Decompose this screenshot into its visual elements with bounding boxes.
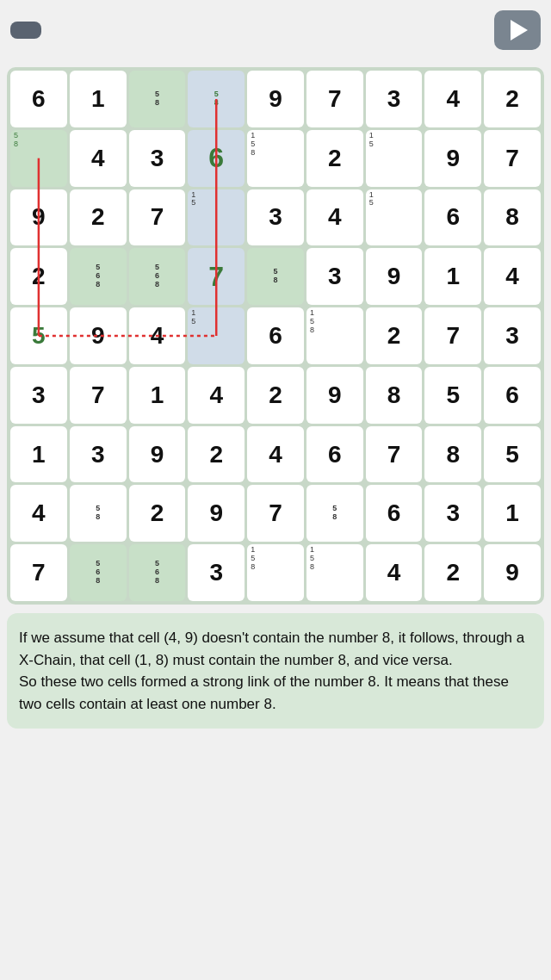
cell-3-4[interactable]: 58 [247, 248, 304, 305]
cell-8-3[interactable]: 3 [188, 544, 245, 601]
cell-7-6[interactable]: 6 [366, 485, 423, 542]
cell-4-2[interactable]: 4 [129, 307, 186, 364]
cell-1-2[interactable]: 3 [129, 130, 186, 187]
cell-5-6[interactable]: 8 [366, 367, 423, 424]
play-button[interactable] [494, 10, 541, 50]
cell-6-2[interactable]: 9 [129, 426, 186, 483]
cell-8-2[interactable]: 568 [129, 544, 186, 601]
cell-2-7[interactable]: 6 [424, 189, 481, 246]
cell-5-4[interactable]: 2 [247, 367, 304, 424]
cell-5-2[interactable]: 1 [129, 367, 186, 424]
cell-0-3[interactable]: 58 [188, 71, 245, 127]
cell-8-6[interactable]: 4 [366, 544, 423, 601]
cell-3-6[interactable]: 9 [366, 248, 423, 305]
cell-7-7[interactable]: 3 [424, 485, 481, 542]
cell-5-0[interactable]: 3 [10, 367, 67, 424]
cell-6-4[interactable]: 4 [247, 426, 304, 483]
cell-7-4[interactable]: 7 [247, 485, 304, 542]
cell-5-7[interactable]: 5 [424, 367, 481, 424]
cell-1-8[interactable]: 7 [484, 130, 541, 187]
cell-0-4[interactable]: 9 [247, 71, 304, 127]
skip-button[interactable] [10, 22, 41, 39]
cell-4-4[interactable]: 6 [247, 307, 304, 364]
cell-6-5[interactable]: 6 [306, 426, 363, 483]
cell-7-8[interactable]: 1 [484, 485, 541, 542]
cell-0-6[interactable]: 3 [366, 71, 423, 127]
cell-1-7[interactable]: 9 [424, 130, 481, 187]
cell-4-8[interactable]: 3 [484, 307, 541, 364]
cell-6-1[interactable]: 3 [70, 426, 127, 483]
sudoku-grid: 6158589734258436158215979271534156825685… [10, 71, 541, 601]
cell-7-2[interactable]: 2 [129, 485, 186, 542]
cell-2-8[interactable]: 8 [484, 189, 541, 246]
cell-3-1[interactable]: 568 [70, 248, 127, 305]
cell-6-6[interactable]: 7 [366, 426, 423, 483]
cell-0-7[interactable]: 4 [424, 71, 481, 127]
cell-4-3[interactable]: 15 [188, 307, 245, 364]
cell-4-7[interactable]: 7 [424, 307, 481, 364]
sudoku-grid-container: 6158589734258436158215979271534156825685… [7, 67, 544, 605]
cell-4-6[interactable]: 2 [366, 307, 423, 364]
cell-3-8[interactable]: 4 [484, 248, 541, 305]
cell-7-1[interactable]: 58 [70, 485, 127, 542]
cell-4-5[interactable]: 158 [306, 307, 363, 364]
cell-2-4[interactable]: 3 [247, 189, 304, 246]
cell-0-0[interactable]: 6 [10, 71, 67, 127]
cell-8-0[interactable]: 7 [10, 544, 67, 601]
cell-1-1[interactable]: 4 [70, 130, 127, 187]
cell-2-5[interactable]: 4 [306, 189, 363, 246]
cell-5-3[interactable]: 4 [188, 367, 245, 424]
cell-0-2[interactable]: 58 [129, 71, 186, 127]
cell-4-0[interactable]: 5 [10, 307, 67, 364]
cell-6-0[interactable]: 1 [10, 426, 67, 483]
cell-2-3[interactable]: 15 [188, 189, 245, 246]
cell-8-7[interactable]: 2 [424, 544, 481, 601]
cell-5-5[interactable]: 9 [306, 367, 363, 424]
cell-3-2[interactable]: 568 [129, 248, 186, 305]
cell-1-6[interactable]: 15 [366, 130, 423, 187]
cell-2-6[interactable]: 15 [366, 189, 423, 246]
cell-1-0[interactable]: 58 [10, 130, 67, 187]
cell-2-2[interactable]: 7 [129, 189, 186, 246]
cell-2-0[interactable]: 9 [10, 189, 67, 246]
cell-0-5[interactable]: 7 [306, 71, 363, 127]
cell-7-3[interactable]: 9 [188, 485, 245, 542]
cell-5-8[interactable]: 6 [484, 367, 541, 424]
cell-7-5[interactable]: 58 [306, 485, 363, 542]
cell-7-0[interactable]: 4 [10, 485, 67, 542]
cell-5-1[interactable]: 7 [70, 367, 127, 424]
cell-8-4[interactable]: 158 [247, 544, 304, 601]
cell-8-8[interactable]: 9 [484, 544, 541, 601]
cell-6-8[interactable]: 5 [484, 426, 541, 483]
header [0, 0, 551, 60]
cell-3-3[interactable]: 7 [188, 248, 245, 305]
cell-6-3[interactable]: 2 [188, 426, 245, 483]
cell-8-1[interactable]: 568 [70, 544, 127, 601]
cell-6-7[interactable]: 8 [424, 426, 481, 483]
cell-8-5[interactable]: 158 [306, 544, 363, 601]
cell-2-1[interactable]: 2 [70, 189, 127, 246]
cell-1-3[interactable]: 6 [188, 130, 245, 187]
cell-1-5[interactable]: 2 [306, 130, 363, 187]
cell-3-0[interactable]: 2 [10, 248, 67, 305]
info-text: If we assume that cell (4, 9) doesn't co… [19, 627, 532, 715]
cell-1-4[interactable]: 158 [247, 130, 304, 187]
info-box: If we assume that cell (4, 9) doesn't co… [7, 613, 544, 729]
cell-0-8[interactable]: 2 [484, 71, 541, 127]
cell-3-7[interactable]: 1 [424, 248, 481, 305]
cell-4-1[interactable]: 9 [70, 307, 127, 364]
cell-3-5[interactable]: 3 [306, 248, 363, 305]
cell-0-1[interactable]: 1 [70, 71, 127, 127]
